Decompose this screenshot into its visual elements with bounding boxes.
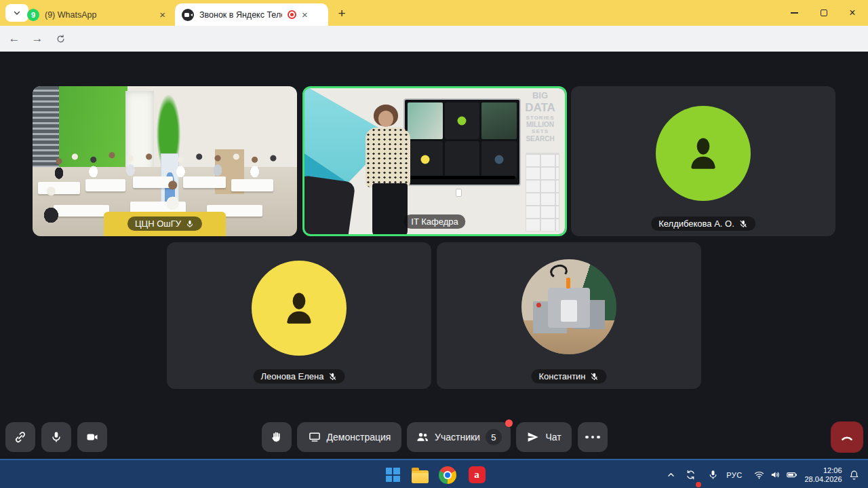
chrome-button[interactable] — [437, 460, 458, 488]
reload-button[interactable] — [52, 26, 69, 52]
send-plane-icon — [526, 430, 540, 444]
participant-tile-konstantin[interactable]: Константин — [437, 242, 701, 389]
microphone-icon — [50, 430, 63, 444]
speaker-video: BIG DATA STORIES MILLION SETS SEARCH — [304, 88, 565, 234]
avatar — [656, 106, 751, 201]
whatsapp-icon: 9 — [27, 9, 39, 21]
battery-tray-button[interactable] — [781, 460, 802, 488]
screen-share-icon — [308, 430, 321, 444]
recording-dot — [696, 482, 701, 487]
window-close-button[interactable]: × — [845, 7, 860, 18]
avira-button[interactable] — [466, 460, 488, 488]
participant-name-pill: Леонова Елена — [254, 369, 345, 383]
participants-label: Участники — [435, 432, 480, 443]
person-icon — [681, 131, 726, 176]
hand-icon — [270, 430, 283, 444]
participant-tile-speaker[interactable]: BIG DATA STORIES MILLION SETS SEARCH IT … — [302, 86, 567, 236]
participant-name-pill: IT Кафедра — [403, 214, 465, 229]
window-minimize-button[interactable] — [787, 7, 802, 18]
chat-label: Чат — [545, 432, 561, 443]
participant-name: Леонова Елена — [261, 371, 324, 381]
tray-overflow-button[interactable] — [662, 460, 679, 488]
notification-dot — [505, 419, 513, 427]
participants-count-badge: 5 — [486, 429, 502, 445]
participant-name: IT Кафедра — [411, 217, 458, 227]
participant-name-pill: Константин — [531, 369, 606, 383]
camera-button[interactable] — [77, 422, 107, 452]
windows-icon — [386, 468, 400, 482]
phone-hangup-icon — [839, 429, 855, 445]
new-tab-button[interactable]: + — [334, 5, 350, 22]
mic-muted-icon — [590, 372, 599, 381]
telemost-icon — [182, 9, 194, 21]
participant-name-pill: Келдибекова А. О. — [651, 217, 755, 231]
notifications-button[interactable] — [844, 460, 864, 488]
bell-icon — [848, 469, 860, 481]
forward-button[interactable]: → — [28, 26, 46, 52]
close-icon[interactable]: × — [159, 10, 165, 20]
microphone-icon — [707, 469, 719, 481]
classroom-video — [33, 86, 297, 236]
reload-icon — [56, 34, 66, 44]
ellipsis-icon — [585, 436, 589, 439]
language-indicator[interactable]: РУС — [723, 460, 746, 488]
tab-whatsapp-label: (9) WhatsApp — [45, 10, 154, 20]
tab-telemost-label: Звонок в Яндекс Телемост — [199, 10, 282, 20]
time: 12:06 — [804, 466, 842, 475]
browser-tab-bar: 9 (9) WhatsApp × Звонок в Яндекс Телемос… — [0, 0, 868, 26]
recording-indicator-icon — [288, 10, 296, 19]
avatar — [252, 261, 347, 356]
participant-name-pill: ЦЦН ОшГУ — [127, 217, 202, 231]
robot-photo-avatar — [521, 259, 616, 354]
raise-hand-button[interactable] — [262, 422, 292, 452]
mic-on-icon — [185, 219, 195, 229]
screen: 9 (9) WhatsApp × Звонок в Яндекс Телемос… — [0, 0, 868, 488]
end-call-button[interactable] — [831, 421, 863, 453]
more-options-button[interactable] — [578, 422, 608, 452]
person-icon — [277, 286, 321, 331]
sync-icon — [685, 469, 696, 481]
clock[interactable]: 12:06 28.04.2026 — [804, 460, 842, 488]
folder-icon — [412, 470, 429, 483]
camera-icon — [85, 430, 99, 444]
participant-tile-leonova[interactable]: Леонова Елена — [167, 242, 431, 389]
participant-name: Келдибекова А. О. — [658, 219, 734, 229]
link-icon — [14, 430, 27, 444]
wifi-icon — [753, 469, 765, 481]
chevron-up-icon — [665, 469, 677, 481]
avira-icon — [469, 466, 486, 483]
participants-button[interactable]: Участники 5 — [407, 422, 511, 452]
wall-tv — [403, 98, 521, 186]
windows-taskbar: РУС 12:06 28.04.2026 — [0, 459, 868, 488]
participant-tile-classroom[interactable]: ЦЦН ОшГУ — [33, 86, 297, 236]
copy-link-button[interactable] — [5, 422, 35, 452]
tab-telemost[interactable]: Звонок в Яндекс Телемост × — [175, 3, 328, 26]
file-explorer-button[interactable] — [409, 460, 431, 488]
wifi-tray-button[interactable] — [750, 460, 768, 488]
date: 28.04.2026 — [804, 475, 842, 484]
share-screen-button[interactable]: Демонстрация — [297, 422, 401, 452]
call-grid: ЦЦН ОшГУ BIG DATA STORIES MILLION — [0, 52, 868, 459]
participant-name: ЦЦН ОшГУ — [135, 219, 181, 229]
mic-muted-icon — [328, 372, 337, 381]
share-screen-label: Демонстрация — [327, 432, 391, 443]
chat-button[interactable]: Чат — [516, 422, 572, 452]
tab-whatsapp[interactable]: 9 (9) WhatsApp × — [20, 3, 172, 26]
mic-muted-icon — [738, 219, 748, 229]
browser-address-bar: ← → telemost.360.yandex.ru/j/9455047998 … — [0, 26, 868, 52]
chrome-icon — [439, 466, 456, 484]
word-cloud: BIG DATA STORIES MILLION SETS SEARCH — [518, 91, 562, 143]
participant-name: Константин — [538, 371, 585, 381]
window-restore-button[interactable] — [816, 7, 831, 18]
start-button[interactable] — [382, 460, 403, 488]
participants-icon — [416, 430, 429, 444]
back-button[interactable]: ← — [5, 26, 23, 52]
participant-tile-keldibekova[interactable]: Келдибекова А. О. — [571, 86, 835, 236]
battery-icon — [786, 469, 797, 481]
close-icon[interactable]: × — [302, 10, 308, 20]
mic-tray-button[interactable] — [704, 460, 722, 488]
speaker-icon — [770, 469, 781, 481]
sync-tray-button[interactable] — [681, 460, 700, 488]
microphone-button[interactable] — [41, 422, 71, 452]
